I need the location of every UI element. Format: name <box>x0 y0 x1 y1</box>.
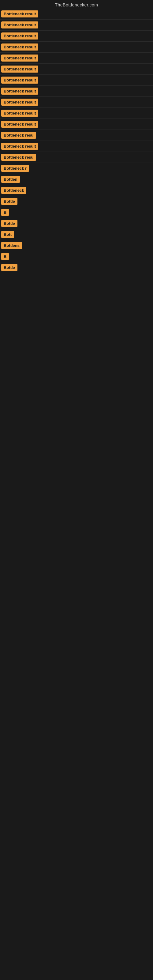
bottleneck-badge: Bottle <box>1 220 18 227</box>
bottleneck-badge: Bottleneck result <box>1 110 38 117</box>
result-row[interactable]: B <box>0 251 153 262</box>
result-row[interactable]: Bottleneck result <box>0 64 153 75</box>
result-row[interactable]: Bottleneck resu <box>0 152 153 163</box>
bottleneck-badge: Bottleneck resu <box>1 154 36 161</box>
result-row[interactable]: Bottle <box>0 196 153 207</box>
bottleneck-badge: Bott <box>1 231 14 238</box>
bottleneck-badge: Bottleneck result <box>1 43 38 51</box>
result-row[interactable]: B <box>0 207 153 218</box>
result-row[interactable]: Bottleneck r <box>0 163 153 174</box>
bottleneck-badge: Bottlens <box>1 242 22 249</box>
bottleneck-badge: Bottleneck result <box>1 65 38 73</box>
result-row[interactable]: Bottleneck result <box>0 20 153 30</box>
bottleneck-badge: Bottleneck r <box>1 165 29 172</box>
bottleneck-badge: Bottleneck result <box>1 32 38 40</box>
bottleneck-badge: Bottleneck result <box>1 121 38 128</box>
result-row[interactable]: Bott <box>0 229 153 240</box>
result-row[interactable]: Bottleneck result <box>0 141 153 152</box>
result-row[interactable]: Bottlen <box>0 174 153 185</box>
result-row[interactable]: Bottleneck result <box>0 108 153 119</box>
result-row[interactable]: Bottleneck <box>0 185 153 196</box>
result-row[interactable]: Bottleneck result <box>0 9 153 20</box>
bottleneck-badge: Bottleneck result <box>1 21 38 29</box>
site-title-container: TheBottlenecker.com <box>0 0 153 9</box>
bottleneck-badge: Bottleneck result <box>1 88 38 95</box>
results-list: Bottleneck resultBottleneck resultBottle… <box>0 9 153 273</box>
result-row[interactable]: Bottleneck result <box>0 30 153 41</box>
result-row[interactable]: Bottle <box>0 218 153 229</box>
bottleneck-badge: Bottleneck result <box>1 143 38 150</box>
result-row[interactable]: Bottleneck resu <box>0 130 153 141</box>
bottleneck-badge: Bottleneck <box>1 187 26 194</box>
bottleneck-badge: Bottleneck result <box>1 99 38 106</box>
result-row[interactable]: Bottleneck result <box>0 97 153 108</box>
site-title: TheBottlenecker.com <box>0 0 153 9</box>
bottleneck-badge: B <box>1 253 9 260</box>
result-row[interactable]: Bottleneck result <box>0 52 153 64</box>
result-row[interactable]: Bottleneck result <box>0 86 153 97</box>
bottleneck-badge: B <box>1 209 9 216</box>
result-row[interactable]: Bottleneck result <box>0 119 153 130</box>
bottleneck-badge: Bottle <box>1 264 18 271</box>
result-row[interactable]: Bottleneck result <box>0 41 153 52</box>
bottleneck-badge: Bottlen <box>1 176 20 183</box>
result-row[interactable]: Bottleneck result <box>0 75 153 86</box>
bottleneck-badge: Bottleneck resu <box>1 132 36 139</box>
bottleneck-badge: Bottleneck result <box>1 54 38 62</box>
result-row[interactable]: Bottlens <box>0 240 153 251</box>
bottleneck-badge: Bottle <box>1 198 18 205</box>
bottleneck-badge: Bottleneck result <box>1 76 38 84</box>
result-row[interactable]: Bottle <box>0 262 153 273</box>
bottleneck-badge: Bottleneck result <box>1 10 38 18</box>
